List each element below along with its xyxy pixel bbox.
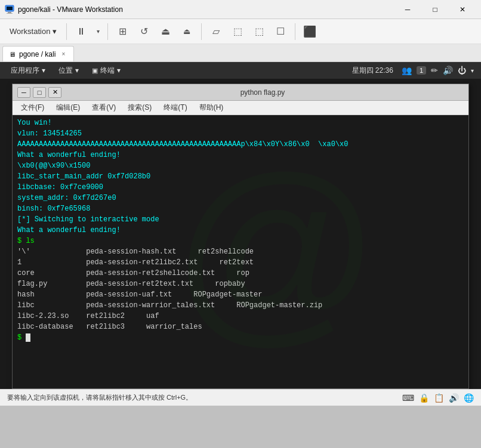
terminal-arrow: ▾ bbox=[117, 66, 121, 75]
terminal-content[interactable]: You win!vlun: 134514265AAAAAAAAAAAAAAAAA… bbox=[13, 115, 468, 388]
terminal-line: $ ls bbox=[17, 236, 464, 246]
terminal-minimize-button[interactable]: ─ bbox=[17, 87, 30, 98]
audio-icon[interactable]: 🔊 bbox=[443, 66, 453, 75]
terminal-line: What a wonderful ending! bbox=[17, 225, 464, 236]
term-search-menu[interactable]: 搜索(S) bbox=[122, 101, 158, 114]
locations-label: 位置 bbox=[58, 66, 73, 76]
tray-badge: 1 bbox=[417, 66, 426, 75]
terminal-line: libc-database ret2libc3 warrior_tales bbox=[17, 322, 464, 332]
terminal-line: hash peda-session-uaf.txt ROPgadget-mast… bbox=[17, 289, 464, 300]
terminal-cursor bbox=[26, 333, 30, 342]
view2-button[interactable]: ⬚ bbox=[228, 22, 247, 41]
window-controls: ─ □ ✕ bbox=[394, 0, 476, 19]
pause-dropdown[interactable]: ▾ bbox=[93, 22, 103, 41]
toolbar-divider-2 bbox=[107, 23, 108, 40]
status-bar: 要将输入定向到该虚拟机，请将鼠标指针移入其中或按 Ctrl+G。 ⌨ 🔒 📋 🔊… bbox=[0, 389, 481, 406]
usb-button[interactable]: ⏏ bbox=[177, 22, 196, 41]
fullscreen-button[interactable]: ⬛ bbox=[300, 22, 319, 41]
terminal-line: libc peda-session-warrior_tales.txt ROPg… bbox=[17, 300, 464, 311]
kali-terminal-menu[interactable]: ▣ 终端 ▾ bbox=[86, 64, 127, 77]
tab-close-button[interactable]: × bbox=[59, 50, 67, 58]
terminal-title: python flag.py bbox=[61, 88, 464, 97]
terminal-line: What a wonderful ending! bbox=[17, 150, 464, 160]
terminal-line: libc_start_main_addr 0xf7d028b0 bbox=[17, 171, 464, 182]
kali-clock: 星期四 22:36 bbox=[347, 66, 398, 76]
pen-icon[interactable]: ✏ bbox=[431, 66, 438, 75]
minimize-button[interactable]: ─ bbox=[394, 0, 421, 19]
app-icon bbox=[5, 5, 14, 14]
toolbar-divider-1 bbox=[66, 23, 67, 40]
main-toolbar: Workstation ▾ ⏸ ▾ ⊞ ↺ ⏏ ⏏ ▱ ⬚ ⬚ ☐ ⬛ bbox=[0, 19, 481, 44]
tab-icon: 🖥 bbox=[9, 51, 16, 58]
statusbar-icon-2: 🔒 bbox=[419, 393, 429, 403]
snapshot-button[interactable]: ↺ bbox=[134, 22, 153, 41]
kali-tray: 👥 1 ✏ 🔊 ⏻ ▾ bbox=[399, 66, 476, 75]
statusbar-icon-4: 🔊 bbox=[449, 393, 459, 403]
statusbar-icon-3: 📋 bbox=[434, 393, 444, 403]
terminal-controls: ─ □ ✕ bbox=[17, 87, 61, 98]
terminal-line: [*] Switching to interactive mode bbox=[17, 214, 464, 225]
cd-button[interactable]: ⏏ bbox=[156, 22, 175, 41]
view1-button[interactable]: ▱ bbox=[206, 22, 226, 41]
statusbar-icon-1: ⌨ bbox=[402, 393, 414, 403]
terminal-line: libc-2.23.so ret2libc2 uaf bbox=[17, 311, 464, 322]
tab-label: pgone / kali bbox=[19, 50, 56, 58]
terminal-line: \xb0(@@\x90\x1500 bbox=[17, 160, 464, 171]
terminal-line: AAAAAAAAAAAAAAAAAAAAAAAAAAAAAAAAAAAAAAAA… bbox=[17, 139, 464, 150]
view3-button[interactable]: ⬚ bbox=[249, 22, 269, 41]
vm-area[interactable]: @ ─ □ ✕ python flag.py 文件(F) 编辑(E) 查看(V)… bbox=[0, 79, 481, 389]
vm-tab[interactable]: 🖥 pgone / kali × bbox=[2, 46, 74, 61]
terminal-maximize-button[interactable]: □ bbox=[33, 87, 46, 98]
apps-label: 应用程序 bbox=[11, 66, 39, 76]
power-arrow: ▾ bbox=[471, 67, 474, 74]
terminal-close-button[interactable]: ✕ bbox=[48, 87, 61, 98]
view4-button[interactable]: ☐ bbox=[271, 22, 290, 41]
workstation-menu[interactable]: Workstation ▾ bbox=[5, 24, 61, 38]
terminal-line: '\' peda-session-hash.txt ret2shellcode bbox=[17, 246, 464, 257]
kali-menubar: 应用程序 ▾ 位置 ▾ ▣ 终端 ▾ 星期四 22:36 👥 1 ✏ 🔊 ⏻ ▾ bbox=[0, 62, 481, 79]
term-edit-menu[interactable]: 编辑(E) bbox=[50, 101, 86, 114]
power-icon[interactable]: ⏻ bbox=[458, 66, 466, 75]
terminal-line: system_addr: 0xf7d267e0 bbox=[17, 193, 464, 203]
kali-apps-menu[interactable]: 应用程序 ▾ bbox=[5, 64, 51, 77]
locations-arrow: ▾ bbox=[75, 66, 79, 75]
maximize-button[interactable]: □ bbox=[421, 0, 449, 19]
title-bar: pgone/kali - VMware Workstation ─ □ ✕ bbox=[0, 0, 481, 19]
tab-bar: 🖥 pgone / kali × bbox=[0, 44, 481, 62]
term-terminal-menu[interactable]: 终端(T) bbox=[158, 101, 193, 114]
terminal-label: 终端 bbox=[100, 66, 115, 76]
terminal-icon: ▣ bbox=[92, 67, 98, 75]
people-icon[interactable]: 👥 bbox=[402, 66, 412, 75]
terminal-menu: 文件(F) 编辑(E) 查看(V) 搜索(S) 终端(T) 帮助(H) bbox=[13, 101, 468, 115]
terminal-line: vlun: 134514265 bbox=[17, 128, 464, 139]
terminal-line: binsh: 0xf7e65968 bbox=[17, 203, 464, 214]
apps-arrow: ▾ bbox=[42, 66, 45, 75]
term-file-menu[interactable]: 文件(F) bbox=[15, 101, 50, 114]
terminal-titlebar: ─ □ ✕ python flag.py bbox=[13, 84, 468, 101]
terminal-line: $ bbox=[17, 332, 464, 343]
term-view-menu[interactable]: 查看(V) bbox=[86, 101, 122, 114]
status-text: 要将输入定向到该虚拟机，请将鼠标指针移入其中或按 Ctrl+G。 bbox=[7, 393, 192, 402]
close-button[interactable]: ✕ bbox=[449, 0, 476, 19]
svg-rect-1 bbox=[7, 7, 13, 10]
terminal-window: ─ □ ✕ python flag.py 文件(F) 编辑(E) 查看(V) 搜… bbox=[12, 84, 469, 389]
svg-rect-2 bbox=[8, 12, 11, 13]
terminal-line: flag.py peda-session-ret2text.txt ropbab… bbox=[17, 279, 464, 289]
kali-locations-menu[interactable]: 位置 ▾ bbox=[53, 64, 85, 77]
terminal-line: core peda-session-ret2shellcode.txt rop bbox=[17, 268, 464, 279]
vm-settings-button[interactable]: ⊞ bbox=[113, 22, 132, 41]
workstation-label: Workstation bbox=[10, 27, 50, 36]
toolbar-divider-3 bbox=[201, 23, 202, 40]
window-title: pgone/kali - VMware Workstation bbox=[18, 5, 394, 14]
terminal-line: 1 peda-session-ret2libc2.txt ret2text bbox=[17, 257, 464, 268]
toolbar-divider-4 bbox=[295, 23, 295, 40]
workstation-dropdown-icon: ▾ bbox=[53, 27, 57, 36]
terminal-line: You win! bbox=[17, 118, 464, 128]
statusbar-icon-5: 🌐 bbox=[464, 393, 474, 403]
terminal-line: libcbase: 0xf7ce9000 bbox=[17, 182, 464, 193]
pause-button[interactable]: ⏸ bbox=[72, 22, 91, 41]
svg-rect-3 bbox=[7, 13, 13, 14]
term-help-menu[interactable]: 帮助(H) bbox=[193, 101, 230, 114]
